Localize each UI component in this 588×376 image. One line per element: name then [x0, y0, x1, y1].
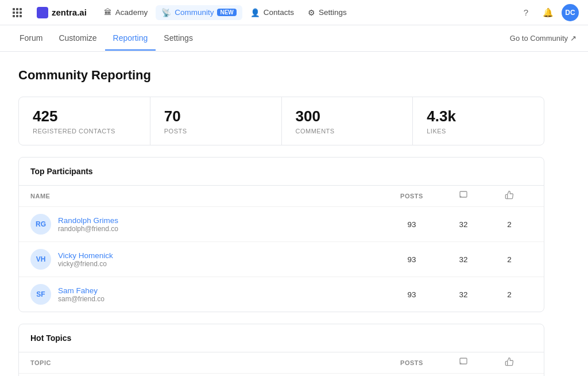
- col-header-name: NAME: [30, 193, 383, 199]
- avatar-vh: VH: [30, 249, 51, 270]
- participant-row: RG Randolph Grimes randolph@friend.co 93…: [19, 206, 544, 241]
- row-likes: 2: [486, 220, 532, 229]
- svg-rect-0: [13, 8, 15, 10]
- external-link-icon: ↗: [570, 34, 577, 43]
- row-posts: 93: [383, 255, 440, 264]
- logo[interactable]: zentra.ai: [37, 7, 87, 18]
- top-nav-left: zentra.ai 🏛 Academy 📡 Community NEW 👤 Co…: [9, 5, 353, 20]
- nav-item-contacts[interactable]: 👤 Contacts: [245, 5, 300, 20]
- row-comments: 32: [440, 220, 486, 229]
- stat-registered: 425 REGISTERED CONTACTS: [19, 97, 150, 145]
- row-posts: 93: [383, 290, 440, 299]
- row-likes: 2: [486, 290, 532, 299]
- stat-comments-number: 300: [296, 108, 399, 125]
- participant-details: Vicky Homenick vicky@friend.co: [58, 251, 113, 268]
- grid-icon[interactable]: [9, 5, 25, 20]
- academy-icon: 🏛: [104, 8, 112, 17]
- sub-nav-items: Forum Customize Reporting Settings: [11, 26, 201, 50]
- row-posts: 93: [383, 220, 440, 229]
- participant-name[interactable]: Sam Fahey: [58, 286, 105, 295]
- nav-item-settings[interactable]: ⚙ Settings: [302, 5, 353, 20]
- participant-email: randolph@friend.co: [58, 225, 118, 233]
- svg-rect-6: [13, 15, 15, 17]
- stat-registered-number: 425: [33, 108, 136, 125]
- svg-rect-4: [16, 11, 18, 14]
- community-icon: 📡: [161, 8, 171, 17]
- tab-customize[interactable]: Customize: [51, 26, 105, 51]
- nav-items: 🏛 Academy 📡 Community NEW 👤 Contacts ⚙ S…: [98, 5, 353, 20]
- settings-icon: ⚙: [308, 8, 315, 17]
- top-nav-right: ? 🔔 DC: [518, 4, 579, 21]
- page-title: Community Reporting: [18, 68, 544, 83]
- stat-posts-number: 70: [164, 108, 268, 125]
- page-content: Community Reporting 425 REGISTERED CONTA…: [0, 52, 563, 376]
- sub-nav: Forum Customize Reporting Settings Go to…: [0, 25, 588, 52]
- stat-likes: 4.3k LIKES: [413, 97, 544, 145]
- stat-registered-label: REGISTERED CONTACTS: [33, 128, 136, 135]
- col-header-posts: POSTS: [383, 359, 440, 366]
- participant-row: SF Sam Fahey sam@friend.co 93 32 2: [19, 277, 544, 312]
- participant-name-col: VH Vicky Homenick vicky@friend.co: [30, 249, 383, 270]
- community-badge: NEW: [217, 9, 236, 16]
- help-button[interactable]: ?: [518, 5, 534, 21]
- participant-name-col: RG Randolph Grimes randolph@friend.co: [30, 214, 383, 235]
- svg-rect-3: [13, 11, 15, 14]
- participants-col-headers: NAME POSTS: [19, 185, 544, 206]
- row-likes: 2: [486, 255, 532, 264]
- stat-likes-number: 4.3k: [427, 108, 530, 125]
- participant-name[interactable]: Randolph Grimes: [58, 216, 118, 225]
- logo-text: zentra.ai: [52, 7, 87, 17]
- col-header-posts: POSTS: [383, 193, 440, 199]
- participant-email: sam@friend.co: [58, 295, 105, 303]
- col-header-comments: [440, 190, 486, 202]
- stats-card: 425 REGISTERED CONTACTS 70 POSTS 300 COM…: [18, 97, 544, 145]
- col-header-likes: [486, 190, 532, 202]
- participant-name[interactable]: Vicky Homenick: [58, 251, 113, 260]
- participant-email: vicky@friend.co: [58, 260, 113, 268]
- row-comments: 32: [440, 255, 486, 264]
- tab-reporting[interactable]: Reporting: [105, 26, 156, 51]
- col-header-comments: [440, 357, 486, 369]
- participant-details: Randolph Grimes randolph@friend.co: [58, 216, 118, 233]
- avatar-sf: SF: [30, 284, 51, 305]
- participant-row: VH Vicky Homenick vicky@friend.co 93 32 …: [19, 241, 544, 277]
- logo-icon: [37, 7, 48, 18]
- bell-icon: 🔔: [543, 7, 554, 18]
- participant-details: Sam Fahey sam@friend.co: [58, 286, 105, 303]
- tab-settings[interactable]: Settings: [156, 26, 201, 51]
- svg-rect-5: [20, 11, 22, 14]
- svg-rect-2: [20, 8, 22, 10]
- stat-comments-label: COMMENTS: [296, 128, 399, 135]
- top-participants-title: Top Participants: [19, 158, 544, 185]
- contacts-icon: 👤: [250, 8, 260, 17]
- topics-col-headers: TOPIC POSTS: [19, 352, 544, 373]
- avatar-rg: RG: [30, 214, 51, 235]
- svg-rect-1: [16, 8, 18, 10]
- svg-rect-7: [16, 15, 18, 17]
- participant-name-col: SF Sam Fahey sam@friend.co: [30, 284, 383, 305]
- top-participants-card: Top Participants NAME POSTS RG Randolph …: [18, 157, 544, 312]
- row-comments: 32: [440, 290, 486, 299]
- stat-posts-label: POSTS: [164, 128, 268, 135]
- stat-likes-label: LIKES: [427, 128, 530, 135]
- svg-rect-8: [20, 15, 22, 17]
- tab-forum[interactable]: Forum: [11, 26, 51, 51]
- col-header-likes: [486, 357, 532, 369]
- bell-button[interactable]: 🔔: [540, 5, 556, 21]
- stat-posts: 70 POSTS: [150, 97, 282, 145]
- hot-topics-card: Hot Topics TOPIC POSTS Ask a Question 93…: [18, 324, 544, 376]
- top-nav: zentra.ai 🏛 Academy 📡 Community NEW 👤 Co…: [0, 0, 588, 25]
- col-header-topic: TOPIC: [30, 359, 383, 366]
- user-avatar[interactable]: DC: [562, 4, 579, 21]
- nav-item-community[interactable]: 📡 Community NEW: [156, 5, 242, 20]
- stat-comments: 300 COMMENTS: [282, 97, 413, 145]
- hot-topics-title: Hot Topics: [19, 324, 544, 352]
- nav-item-academy[interactable]: 🏛 Academy: [98, 5, 153, 20]
- go-to-community-link[interactable]: Go to Community ↗: [510, 34, 577, 43]
- help-icon: ?: [524, 7, 528, 17]
- topic-row: Ask a Question 93 32 2: [19, 373, 544, 376]
